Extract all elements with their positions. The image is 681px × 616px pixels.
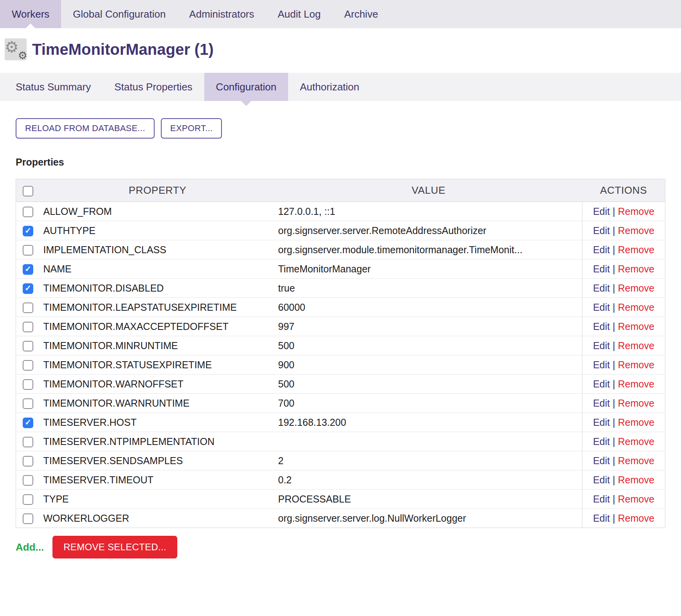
tab-status-summary[interactable]: Status Summary: [4, 73, 103, 101]
remove-link[interactable]: Remove: [618, 513, 654, 524]
footer-bar: Add... REMOVE SELECTED...: [16, 536, 681, 574]
remove-link[interactable]: Remove: [618, 494, 654, 504]
row-checkbox[interactable]: [23, 360, 33, 371]
row-checkbox[interactable]: [23, 437, 33, 447]
table-row: TIMEMONITOR.MAXACCEPTEDOFFSET 997 Edit|R…: [16, 317, 665, 336]
remove-link[interactable]: Remove: [618, 225, 654, 236]
remove-link[interactable]: Remove: [618, 398, 654, 409]
row-checkbox[interactable]: [23, 513, 33, 524]
table-row: TIMEMONITOR.DISABLED true Edit|Remove: [16, 279, 665, 298]
export-button[interactable]: EXPORT...: [161, 118, 222, 139]
remove-link[interactable]: Remove: [618, 359, 654, 370]
value-cell-text: 192.168.13.200: [278, 417, 346, 428]
remove-link[interactable]: Remove: [618, 474, 654, 485]
table-row: TIMEMONITOR.WARNOFFSET 500 Edit|Remove: [16, 375, 665, 394]
remove-link[interactable]: Remove: [618, 302, 654, 313]
worker-gears-icon: ⚙ ⚙: [5, 38, 27, 60]
action-separator: |: [613, 455, 615, 466]
row-checkbox[interactable]: [23, 341, 33, 351]
row-checkbox[interactable]: [23, 456, 33, 467]
tab-configuration[interactable]: Configuration: [204, 73, 288, 101]
remove-link[interactable]: Remove: [618, 263, 654, 274]
row-checkbox[interactable]: [23, 264, 33, 275]
property-cell-text: TIMEMONITOR.DISABLED: [43, 283, 164, 294]
row-checkbox[interactable]: [23, 322, 33, 332]
table-row: TIMESERVER.TIMEOUT 0.2 Edit|Remove: [16, 470, 665, 490]
tab-status-properties[interactable]: Status Properties: [103, 73, 204, 101]
row-checkbox[interactable]: [23, 207, 33, 217]
remove-link[interactable]: Remove: [618, 436, 654, 447]
configuration-toolbar: RELOAD FROM DATABASE... EXPORT...: [16, 118, 681, 139]
nav-tab-audit-log[interactable]: Audit Log: [266, 0, 333, 28]
edit-link[interactable]: Edit: [593, 359, 610, 370]
property-cell-text: TIMEMONITOR.WARNRUNTIME: [43, 398, 190, 409]
edit-link[interactable]: Edit: [593, 398, 610, 409]
edit-link[interactable]: Edit: [593, 206, 610, 217]
action-separator: |: [613, 474, 615, 485]
edit-link[interactable]: Edit: [593, 417, 610, 428]
remove-link[interactable]: Remove: [618, 283, 654, 294]
table-row: IMPLEMENTATION_CLASS org.signserver.modu…: [16, 240, 665, 259]
remove-link[interactable]: Remove: [618, 340, 654, 351]
property-cell-text: IMPLEMENTATION_CLASS: [43, 244, 166, 255]
table-row: TYPE PROCESSABLE Edit|Remove: [16, 490, 665, 509]
edit-link[interactable]: Edit: [593, 455, 610, 466]
property-cell-text: TIMESERVER.SENDSAMPLES: [43, 455, 183, 466]
row-checkbox[interactable]: [23, 475, 33, 486]
value-cell-text: org.signserver.module.timemonitormanager…: [278, 244, 522, 255]
edit-link[interactable]: Edit: [593, 321, 610, 332]
nav-tab-workers[interactable]: Workers: [0, 0, 61, 28]
property-cell-text: ALLOW_FROM: [43, 206, 112, 217]
edit-link[interactable]: Edit: [593, 283, 610, 294]
table-row: NAME TimeMonitorManager Edit|Remove: [16, 259, 665, 279]
property-cell-text: TYPE: [43, 494, 69, 504]
edit-link[interactable]: Edit: [593, 513, 610, 524]
table-row: TIMESERVER.HOST 192.168.13.200 Edit|Remo…: [16, 413, 665, 432]
remove-link[interactable]: Remove: [618, 244, 654, 255]
properties-table-body: ALLOW_FROM 127.0.0.1, ::1 Edit|Remove AU…: [16, 202, 665, 528]
row-checkbox[interactable]: [23, 379, 33, 390]
action-separator: |: [613, 359, 615, 370]
row-checkbox[interactable]: [23, 303, 33, 313]
action-separator: |: [613, 225, 615, 236]
edit-link[interactable]: Edit: [593, 436, 610, 447]
row-checkbox[interactable]: [23, 418, 33, 428]
nav-tab-global-configuration[interactable]: Global Configuration: [61, 0, 177, 28]
edit-link[interactable]: Edit: [593, 263, 610, 274]
nav-tab-administrators[interactable]: Administrators: [177, 0, 266, 28]
edit-link[interactable]: Edit: [593, 378, 610, 389]
edit-link[interactable]: Edit: [593, 340, 610, 351]
row-checkbox[interactable]: [23, 245, 33, 256]
edit-link[interactable]: Edit: [593, 302, 610, 313]
reload-from-database-button[interactable]: RELOAD FROM DATABASE...: [16, 118, 155, 139]
actions-column-header: ACTIONS: [582, 179, 665, 202]
edit-link[interactable]: Edit: [593, 494, 610, 504]
action-separator: |: [613, 302, 615, 313]
property-cell-text: WORKERLOGGER: [43, 513, 129, 524]
add-link[interactable]: Add...: [16, 541, 44, 553]
property-cell-text: TIMEMONITOR.MAXACCEPTEDOFFSET: [43, 321, 229, 332]
select-all-checkbox[interactable]: [23, 186, 33, 196]
remove-link[interactable]: Remove: [618, 321, 654, 332]
value-cell-text: PROCESSABLE: [278, 494, 351, 504]
action-separator: |: [613, 378, 615, 389]
edit-link[interactable]: Edit: [593, 225, 610, 236]
nav-tab-archive[interactable]: Archive: [332, 0, 390, 28]
remove-link[interactable]: Remove: [618, 378, 654, 389]
row-checkbox[interactable]: [23, 494, 33, 505]
action-separator: |: [613, 513, 615, 524]
gear-glyph-large: ⚙: [5, 39, 19, 55]
remove-link[interactable]: Remove: [618, 206, 654, 217]
remove-selected-button[interactable]: REMOVE SELECTED...: [52, 536, 177, 558]
row-checkbox[interactable]: [23, 283, 33, 294]
tab-authorization[interactable]: Authorization: [288, 73, 371, 101]
table-row: TIMESERVER.NTPIMPLEMENTATION Edit|Remove: [16, 432, 665, 451]
remove-link[interactable]: Remove: [618, 417, 654, 428]
row-checkbox[interactable]: [23, 398, 33, 409]
edit-link[interactable]: Edit: [593, 244, 610, 255]
property-cell-text: TIMESERVER.TIMEOUT: [43, 474, 154, 485]
edit-link[interactable]: Edit: [593, 474, 610, 485]
row-checkbox[interactable]: [23, 226, 33, 236]
action-separator: |: [613, 494, 615, 504]
remove-link[interactable]: Remove: [618, 455, 654, 466]
